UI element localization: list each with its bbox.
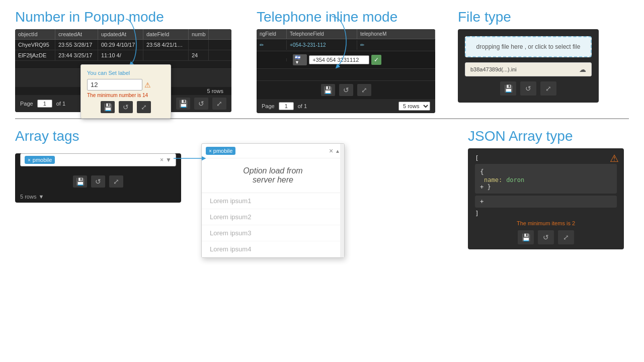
tel-input-area: 🇮🇱 ▼ ✓: [287, 51, 387, 68]
expand-button[interactable]: ⤢: [212, 98, 226, 110]
array-dropdown-popup: × pmobile × ▲ Option load fromserver her…: [201, 143, 345, 258]
server-message: Option load fromserver here: [202, 158, 344, 193]
file-actions: 💾 ↺ ⤢: [465, 76, 592, 96]
flag-badge: 🇮🇱 ▼: [293, 54, 307, 65]
file-save-button[interactable]: 💾: [500, 81, 516, 96]
tel-page-input[interactable]: [279, 102, 294, 110]
dropdown-x-icon[interactable]: ×: [329, 147, 333, 155]
td-numb-2: 24: [189, 50, 209, 60]
td-createdat-1: 23:55 3/28/17: [55, 40, 98, 50]
reset-button[interactable]: ↺: [194, 98, 208, 110]
json-block-1: { name: doron + }: [475, 164, 617, 194]
tel-th-tel: TelephoneField: [287, 29, 357, 39]
error-text: The minimum number is 14: [87, 93, 165, 98]
popup-input-row: ⚠: [87, 79, 165, 90]
json-value: doron: [506, 176, 524, 184]
array-panel: × pmobile × ▼ 💾 ↺ ⤢ 5 rows ▼: [15, 153, 181, 203]
json-expand-button[interactable]: ⤢: [558, 230, 574, 244]
popup-table-header: objectId createdAt updatedAt dateField n…: [15, 29, 231, 40]
dropdown-item-1[interactable]: Lorem ipsum1: [202, 193, 344, 209]
json-reset-button[interactable]: ↺: [538, 230, 554, 244]
th-objectid: objectId: [15, 29, 55, 39]
json-error: The minimum items is 2: [475, 220, 617, 226]
telephone-input[interactable]: [309, 55, 369, 64]
number-input[interactable]: [87, 79, 142, 90]
upload-icon: ☁: [579, 65, 586, 73]
file-name: b38a47389d(...).ini: [470, 66, 517, 72]
json-save-button[interactable]: 💾: [518, 230, 534, 244]
tel-th-ng: ngField: [257, 29, 287, 39]
tel-expand-button[interactable]: ⤢: [357, 84, 371, 96]
popup-mode-title: Number in Popup mode: [15, 9, 164, 25]
tel-save-button[interactable]: 💾: [321, 84, 335, 96]
file-section: File type dropping file here , or click …: [458, 9, 604, 103]
json-brace-open: {: [480, 168, 612, 175]
td-datefield-2: [143, 50, 189, 60]
rows-label: 5 rows: [20, 194, 36, 200]
telephone-section: Telephone inline mode ngField TelephoneF…: [257, 9, 438, 113]
td-datefield-1: 23:58 4/21/17 ✏: [143, 40, 189, 50]
tel-td-ng-2: [257, 58, 287, 61]
th-datefield: dateField: [143, 29, 189, 39]
telephone-panel: ngField TelephoneField telephoneM ✏ +054…: [257, 29, 435, 113]
file-reset-button[interactable]: ↺: [520, 81, 536, 96]
page-label: Page: [20, 101, 33, 107]
edit-icon-tel-2: ✏: [360, 42, 364, 48]
tel-table-header: ngField TelephoneField telephoneM: [257, 29, 435, 39]
td-objectid-1: ChyeVRQ95: [15, 40, 55, 50]
json-array-title: JSON Array type: [468, 128, 573, 144]
tel-page-label: Page: [262, 103, 275, 109]
save-button[interactable]: 💾: [176, 98, 190, 110]
dropdown-scroll-icon: ▲: [335, 148, 340, 154]
edit-icon-1: ✏: [182, 42, 186, 48]
tel-reset-button[interactable]: ↺: [339, 84, 353, 96]
tag-close-icon[interactable]: ×: [28, 157, 31, 163]
file-dropzone[interactable]: dropping file here , or click to select …: [465, 36, 592, 57]
td-numb-1: [189, 40, 209, 50]
tag-chip: × pmobile: [25, 156, 55, 164]
array-reset-button[interactable]: ↺: [91, 175, 105, 188]
dropdown-search-row: × pmobile × ▲: [202, 144, 344, 158]
dropdown-item-3[interactable]: Lorem ipsum3: [202, 225, 344, 241]
json-add-row: +: [475, 196, 617, 208]
array-actions: 💾 ↺ ⤢: [15, 171, 181, 192]
telephone-confirm-button[interactable]: ✓: [371, 55, 381, 65]
td-updatedat-2: 11:10 4/: [98, 50, 143, 60]
tel-td-ng-1: ✏: [257, 40, 287, 50]
th-updatedat: updatedAt: [98, 29, 143, 39]
json-bracket-open: [: [475, 154, 617, 162]
page-input[interactable]: [37, 100, 52, 108]
tel-pagination-bar: Page of 1 5 rows: [257, 99, 435, 113]
of-label: of 1: [56, 101, 65, 107]
file-dropzone-text: dropping file here , or click to select …: [476, 43, 581, 50]
dropdown-arrow: [171, 148, 211, 168]
tags-clear-icon[interactable]: ×: [160, 156, 164, 163]
json-plus-brace: + }: [480, 184, 612, 191]
array-expand-button[interactable]: ⤢: [109, 175, 123, 188]
dropdown-search-input[interactable]: [237, 147, 327, 154]
popup-expand-button[interactable]: ⤢: [137, 101, 151, 113]
edit-icon-tel-1: ✏: [260, 42, 264, 48]
th-createdat: createdAt: [55, 29, 98, 39]
array-save-button[interactable]: 💾: [73, 175, 87, 188]
dropdown-tag-label: pmobile: [213, 148, 233, 154]
tel-rows-select[interactable]: 5 rows: [398, 102, 430, 111]
file-expand-button[interactable]: ⤢: [540, 81, 556, 96]
dropdown-item-4[interactable]: Lorem ipsum4: [202, 241, 344, 257]
popup-save-button[interactable]: 💾: [101, 101, 115, 113]
json-key: name:: [484, 176, 502, 184]
tel-inline-row: 🇮🇱 ▼ ✓: [257, 51, 435, 69]
tag-label: pmobile: [33, 157, 52, 163]
json-actions: 💾 ↺ ⤢: [475, 230, 617, 244]
file-title: File type: [458, 9, 511, 25]
popup-reset-button[interactable]: ↺: [119, 101, 133, 113]
rows-info: 5 rows ▼: [15, 192, 181, 203]
table-row: ElF2fjAzDE 23:44 3/25/17 11:10 4/ 24: [15, 50, 231, 61]
popup-actions: 💾 ↺ ⤢: [87, 101, 165, 113]
number-popup-overlay: You can Set label ⚠ The minimum number i…: [80, 64, 171, 119]
dropdown-item-2[interactable]: Lorem ipsum2: [202, 209, 344, 225]
tel-of-label: of 1: [298, 103, 307, 109]
json-array-section: JSON Array type ⚠ [ { name: doron + } + …: [468, 128, 629, 249]
json-plus: +: [480, 198, 484, 205]
file-name-bar: b38a47389d(...).ini ☁: [465, 62, 592, 76]
